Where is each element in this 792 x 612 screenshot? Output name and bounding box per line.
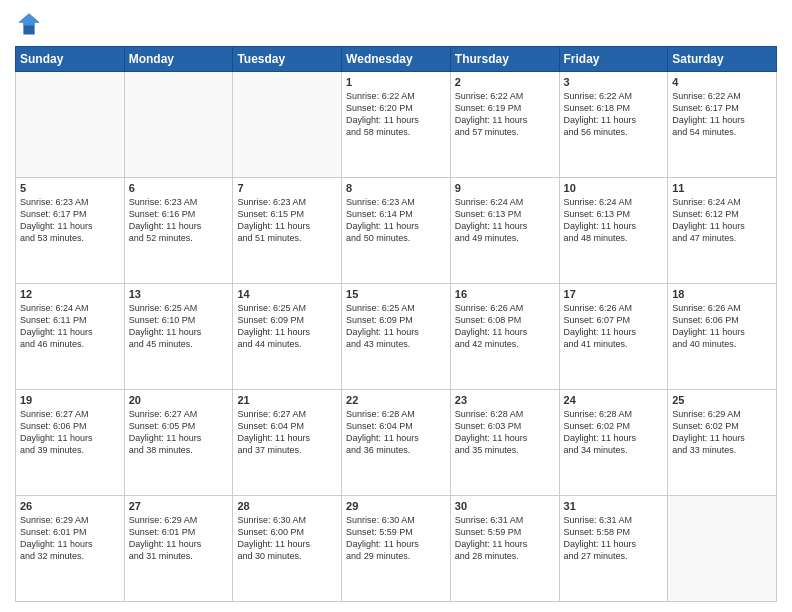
day-number: 5 (20, 182, 120, 194)
day-info: Sunrise: 6:30 AMSunset: 5:59 PMDaylight:… (346, 514, 446, 563)
weekday-header-thursday: Thursday (450, 47, 559, 72)
calendar-cell: 20Sunrise: 6:27 AMSunset: 6:05 PMDayligh… (124, 390, 233, 496)
calendar-cell: 4Sunrise: 6:22 AMSunset: 6:17 PMDaylight… (668, 72, 777, 178)
weekday-header-sunday: Sunday (16, 47, 125, 72)
calendar-cell: 7Sunrise: 6:23 AMSunset: 6:15 PMDaylight… (233, 178, 342, 284)
day-info: Sunrise: 6:28 AMSunset: 6:03 PMDaylight:… (455, 408, 555, 457)
generalblue-logo-icon (15, 10, 43, 38)
calendar-cell: 1Sunrise: 6:22 AMSunset: 6:20 PMDaylight… (342, 72, 451, 178)
day-info: Sunrise: 6:25 AMSunset: 6:09 PMDaylight:… (237, 302, 337, 351)
calendar-cell: 6Sunrise: 6:23 AMSunset: 6:16 PMDaylight… (124, 178, 233, 284)
calendar-cell: 29Sunrise: 6:30 AMSunset: 5:59 PMDayligh… (342, 496, 451, 602)
calendar-cell (124, 72, 233, 178)
day-info: Sunrise: 6:23 AMSunset: 6:14 PMDaylight:… (346, 196, 446, 245)
calendar-cell: 25Sunrise: 6:29 AMSunset: 6:02 PMDayligh… (668, 390, 777, 496)
day-number: 2 (455, 76, 555, 88)
day-number: 10 (564, 182, 664, 194)
calendar-cell: 11Sunrise: 6:24 AMSunset: 6:12 PMDayligh… (668, 178, 777, 284)
day-info: Sunrise: 6:23 AMSunset: 6:16 PMDaylight:… (129, 196, 229, 245)
day-number: 31 (564, 500, 664, 512)
day-info: Sunrise: 6:24 AMSunset: 6:13 PMDaylight:… (455, 196, 555, 245)
calendar-cell: 30Sunrise: 6:31 AMSunset: 5:59 PMDayligh… (450, 496, 559, 602)
day-number: 15 (346, 288, 446, 300)
day-number: 26 (20, 500, 120, 512)
calendar-cell: 12Sunrise: 6:24 AMSunset: 6:11 PMDayligh… (16, 284, 125, 390)
calendar-cell: 27Sunrise: 6:29 AMSunset: 6:01 PMDayligh… (124, 496, 233, 602)
day-info: Sunrise: 6:22 AMSunset: 6:19 PMDaylight:… (455, 90, 555, 139)
weekday-row: SundayMondayTuesdayWednesdayThursdayFrid… (16, 47, 777, 72)
weekday-header-wednesday: Wednesday (342, 47, 451, 72)
day-number: 22 (346, 394, 446, 406)
svg-marker-1 (19, 14, 40, 26)
calendar-cell: 28Sunrise: 6:30 AMSunset: 6:00 PMDayligh… (233, 496, 342, 602)
day-number: 11 (672, 182, 772, 194)
calendar-cell: 10Sunrise: 6:24 AMSunset: 6:13 PMDayligh… (559, 178, 668, 284)
day-number: 27 (129, 500, 229, 512)
day-number: 8 (346, 182, 446, 194)
day-info: Sunrise: 6:27 AMSunset: 6:04 PMDaylight:… (237, 408, 337, 457)
header (15, 10, 777, 38)
day-number: 7 (237, 182, 337, 194)
calendar-cell: 24Sunrise: 6:28 AMSunset: 6:02 PMDayligh… (559, 390, 668, 496)
calendar-week-2: 5Sunrise: 6:23 AMSunset: 6:17 PMDaylight… (16, 178, 777, 284)
calendar-cell: 9Sunrise: 6:24 AMSunset: 6:13 PMDaylight… (450, 178, 559, 284)
day-info: Sunrise: 6:30 AMSunset: 6:00 PMDaylight:… (237, 514, 337, 563)
day-number: 13 (129, 288, 229, 300)
day-number: 30 (455, 500, 555, 512)
weekday-header-monday: Monday (124, 47, 233, 72)
calendar-cell: 31Sunrise: 6:31 AMSunset: 5:58 PMDayligh… (559, 496, 668, 602)
calendar-cell: 18Sunrise: 6:26 AMSunset: 6:06 PMDayligh… (668, 284, 777, 390)
calendar-cell: 23Sunrise: 6:28 AMSunset: 6:03 PMDayligh… (450, 390, 559, 496)
day-info: Sunrise: 6:24 AMSunset: 6:11 PMDaylight:… (20, 302, 120, 351)
calendar-week-1: 1Sunrise: 6:22 AMSunset: 6:20 PMDaylight… (16, 72, 777, 178)
day-info: Sunrise: 6:26 AMSunset: 6:06 PMDaylight:… (672, 302, 772, 351)
calendar-cell: 8Sunrise: 6:23 AMSunset: 6:14 PMDaylight… (342, 178, 451, 284)
day-info: Sunrise: 6:23 AMSunset: 6:15 PMDaylight:… (237, 196, 337, 245)
calendar-table: SundayMondayTuesdayWednesdayThursdayFrid… (15, 46, 777, 602)
day-info: Sunrise: 6:31 AMSunset: 5:59 PMDaylight:… (455, 514, 555, 563)
day-info: Sunrise: 6:28 AMSunset: 6:04 PMDaylight:… (346, 408, 446, 457)
calendar-cell: 26Sunrise: 6:29 AMSunset: 6:01 PMDayligh… (16, 496, 125, 602)
calendar-header: SundayMondayTuesdayWednesdayThursdayFrid… (16, 47, 777, 72)
weekday-header-saturday: Saturday (668, 47, 777, 72)
day-info: Sunrise: 6:25 AMSunset: 6:09 PMDaylight:… (346, 302, 446, 351)
day-number: 1 (346, 76, 446, 88)
day-info: Sunrise: 6:27 AMSunset: 6:06 PMDaylight:… (20, 408, 120, 457)
calendar-cell: 3Sunrise: 6:22 AMSunset: 6:18 PMDaylight… (559, 72, 668, 178)
day-number: 21 (237, 394, 337, 406)
day-info: Sunrise: 6:26 AMSunset: 6:08 PMDaylight:… (455, 302, 555, 351)
day-info: Sunrise: 6:26 AMSunset: 6:07 PMDaylight:… (564, 302, 664, 351)
day-info: Sunrise: 6:22 AMSunset: 6:20 PMDaylight:… (346, 90, 446, 139)
day-number: 23 (455, 394, 555, 406)
day-number: 17 (564, 288, 664, 300)
day-number: 4 (672, 76, 772, 88)
day-number: 18 (672, 288, 772, 300)
calendar-cell: 13Sunrise: 6:25 AMSunset: 6:10 PMDayligh… (124, 284, 233, 390)
day-info: Sunrise: 6:29 AMSunset: 6:01 PMDaylight:… (20, 514, 120, 563)
day-number: 16 (455, 288, 555, 300)
calendar-cell: 5Sunrise: 6:23 AMSunset: 6:17 PMDaylight… (16, 178, 125, 284)
day-info: Sunrise: 6:22 AMSunset: 6:17 PMDaylight:… (672, 90, 772, 139)
day-info: Sunrise: 6:28 AMSunset: 6:02 PMDaylight:… (564, 408, 664, 457)
calendar-cell (668, 496, 777, 602)
day-number: 6 (129, 182, 229, 194)
day-info: Sunrise: 6:24 AMSunset: 6:13 PMDaylight:… (564, 196, 664, 245)
day-number: 9 (455, 182, 555, 194)
calendar-cell: 17Sunrise: 6:26 AMSunset: 6:07 PMDayligh… (559, 284, 668, 390)
logo (15, 10, 47, 38)
calendar-cell: 15Sunrise: 6:25 AMSunset: 6:09 PMDayligh… (342, 284, 451, 390)
calendar-cell: 19Sunrise: 6:27 AMSunset: 6:06 PMDayligh… (16, 390, 125, 496)
day-number: 25 (672, 394, 772, 406)
day-info: Sunrise: 6:23 AMSunset: 6:17 PMDaylight:… (20, 196, 120, 245)
day-info: Sunrise: 6:22 AMSunset: 6:18 PMDaylight:… (564, 90, 664, 139)
calendar-cell: 16Sunrise: 6:26 AMSunset: 6:08 PMDayligh… (450, 284, 559, 390)
day-info: Sunrise: 6:27 AMSunset: 6:05 PMDaylight:… (129, 408, 229, 457)
weekday-header-friday: Friday (559, 47, 668, 72)
day-number: 19 (20, 394, 120, 406)
day-number: 14 (237, 288, 337, 300)
weekday-header-tuesday: Tuesday (233, 47, 342, 72)
calendar-cell (233, 72, 342, 178)
calendar-cell: 14Sunrise: 6:25 AMSunset: 6:09 PMDayligh… (233, 284, 342, 390)
day-info: Sunrise: 6:25 AMSunset: 6:10 PMDaylight:… (129, 302, 229, 351)
calendar-week-4: 19Sunrise: 6:27 AMSunset: 6:06 PMDayligh… (16, 390, 777, 496)
